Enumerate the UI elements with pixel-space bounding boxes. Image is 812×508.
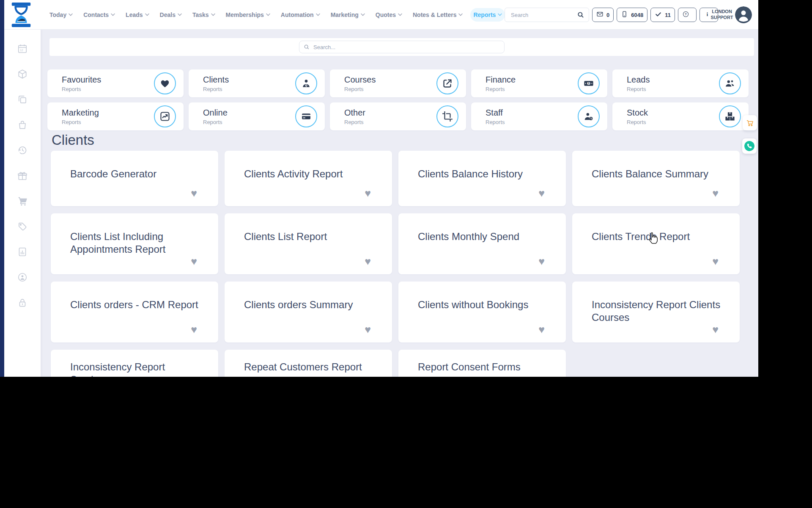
report-doc-icon[interactable] xyxy=(17,246,28,257)
reports-search-panel xyxy=(49,38,754,56)
favourite-heart-icon[interactable]: ♥ xyxy=(712,188,719,199)
person-clock-icon xyxy=(578,105,600,127)
report-card[interactable]: Clients orders - CRM Report ♥ xyxy=(51,282,218,342)
left-accent-strip xyxy=(0,0,4,377)
favourite-heart-icon[interactable]: ♥ xyxy=(712,256,719,267)
nav-item-label: Notes & Letters xyxy=(413,11,456,18)
nav-item[interactable]: Quotes xyxy=(373,8,405,22)
avatar[interactable] xyxy=(735,6,752,23)
topbar-badge-button[interactable]: 0 xyxy=(592,8,614,22)
category-card[interactable]: Marketing Reports xyxy=(47,102,184,130)
report-card[interactable]: Clients orders Summary ♥ xyxy=(225,282,392,342)
report-card[interactable]: Clients Activity Report ♥ xyxy=(225,151,392,206)
nav-item[interactable]: Leads xyxy=(123,8,152,22)
favourite-heart-icon[interactable]: ♥ xyxy=(191,324,197,335)
basket-button[interactable] xyxy=(743,115,757,130)
topbar-badge-button[interactable]: 11 xyxy=(650,8,675,22)
app-logo-hourglass-icon xyxy=(9,2,34,28)
report-title: Clients Monthly Spend xyxy=(418,230,547,243)
tags-icon[interactable] xyxy=(17,221,28,232)
top-bar: Today Contacts Leads Deals Tasks Members… xyxy=(4,0,758,30)
favourite-heart-icon[interactable]: ♥ xyxy=(191,188,197,199)
sidebar: 12 xyxy=(4,30,41,377)
chevron-down-icon xyxy=(361,13,365,16)
topbar-badge-button[interactable]: ? xyxy=(678,8,697,22)
report-card[interactable]: Clients List Including Appointments Repo… xyxy=(51,213,218,274)
nav-item[interactable]: Memberships xyxy=(223,8,273,22)
report-card[interactable]: Clients List Report ♥ xyxy=(225,213,392,274)
lock-icon[interactable] xyxy=(17,297,28,308)
nav-item[interactable]: Tasks xyxy=(189,8,218,22)
report-card[interactable]: Repeat Customers Report ♥ xyxy=(225,350,392,377)
cart-icon[interactable] xyxy=(17,196,28,207)
nav-item[interactable]: Today xyxy=(47,8,76,22)
report-card[interactable]: Clients Trends Report ♥ xyxy=(572,213,740,274)
reports-search-input[interactable] xyxy=(313,44,504,51)
category-card[interactable]: Leads Reports xyxy=(612,69,749,97)
report-card[interactable]: Clients without Bookings ♥ xyxy=(398,282,566,342)
svg-text:?: ? xyxy=(685,12,687,16)
report-card[interactable]: Barcode Generator ♥ xyxy=(51,151,218,206)
nav-item[interactable]: Contacts xyxy=(80,8,118,22)
favourite-heart-icon[interactable]: ♥ xyxy=(365,256,371,267)
category-card[interactable]: Online Reports xyxy=(189,102,325,130)
category-card[interactable]: Finance Reports 0 xyxy=(471,69,607,97)
reports-search xyxy=(299,41,505,53)
bag-icon[interactable] xyxy=(17,119,28,130)
chevron-down-icon xyxy=(111,13,115,16)
report-title: Clients orders Summary xyxy=(244,298,373,311)
chevron-down-icon xyxy=(458,13,463,16)
nav-item[interactable]: Notes & Letters xyxy=(410,8,466,22)
favourite-heart-icon[interactable]: ♥ xyxy=(191,256,197,267)
favourite-heart-icon[interactable]: ♥ xyxy=(538,324,545,335)
gift-icon[interactable] xyxy=(17,170,28,181)
topbar-badge-button[interactable]: 6048 xyxy=(617,8,647,22)
search-icon[interactable] xyxy=(577,11,584,19)
nav-item[interactable]: Deals xyxy=(157,8,185,22)
chevron-down-icon xyxy=(69,13,73,16)
favourite-heart-icon[interactable]: ♥ xyxy=(538,188,545,199)
call-button[interactable] xyxy=(742,138,757,154)
help-icon: ? xyxy=(682,11,689,19)
history-icon[interactable] xyxy=(17,145,28,156)
category-card[interactable]: Clients Reports xyxy=(189,69,325,97)
category-card[interactable]: Courses Reports xyxy=(330,69,466,97)
favourite-heart-icon[interactable]: ♥ xyxy=(712,324,719,335)
favourite-heart-icon[interactable]: ♥ xyxy=(365,324,371,335)
report-card[interactable]: Clients Balance History ♥ xyxy=(398,151,566,206)
report-title: Clients List Report xyxy=(244,230,373,243)
nav-item-label: Marketing xyxy=(331,11,359,18)
leads-people-icon xyxy=(719,72,741,94)
topbar-search-input[interactable] xyxy=(510,11,577,19)
chevron-down-icon xyxy=(398,13,402,16)
nav-item[interactable]: Automation xyxy=(278,8,323,22)
favourite-heart-icon[interactable]: ♥ xyxy=(365,188,371,199)
nav-item-label: Tasks xyxy=(192,11,209,18)
stock-boxes-icon xyxy=(719,105,741,127)
nav-item[interactable]: Reports xyxy=(470,8,505,22)
category-card[interactable]: Favourites Reports xyxy=(47,69,184,97)
report-card[interactable]: Clients Monthly Spend ♥ xyxy=(398,213,566,274)
main-content: Favourites Reports Clients Reports Cours… xyxy=(41,30,758,377)
report-grid: Barcode Generator ♥ Clients Activity Rep… xyxy=(51,151,758,377)
favourite-heart-icon[interactable]: ♥ xyxy=(538,256,545,267)
copy-icon[interactable] xyxy=(17,94,28,105)
category-card[interactable]: Staff Reports xyxy=(471,102,607,130)
report-card[interactable]: Inconsistency Report Services ♥ xyxy=(51,350,218,377)
phone-circle-icon xyxy=(744,141,755,152)
report-title: Clients Balance Summary xyxy=(592,168,721,180)
nav-item-label: Contacts xyxy=(83,11,109,18)
nav-item-label: Memberships xyxy=(226,11,264,18)
report-card[interactable]: Inconsistency Report Clients Courses ♥ xyxy=(572,282,740,342)
package-icon[interactable] xyxy=(17,69,28,80)
category-card[interactable]: Other Reports xyxy=(330,102,466,130)
chevron-down-icon xyxy=(316,13,320,16)
report-title: Clients orders - CRM Report xyxy=(70,298,200,311)
nav-item[interactable]: Marketing xyxy=(328,8,368,22)
calendar-icon[interactable]: 12 xyxy=(17,43,28,54)
category-card[interactable]: Stock Reports xyxy=(612,102,749,130)
report-card[interactable]: Clients Balance Summary ♥ xyxy=(572,151,740,206)
nav-item-label: Deals xyxy=(160,11,176,18)
report-card[interactable]: Report Consent Forms ♥ xyxy=(398,350,566,377)
account-sync-icon[interactable] xyxy=(17,272,28,283)
